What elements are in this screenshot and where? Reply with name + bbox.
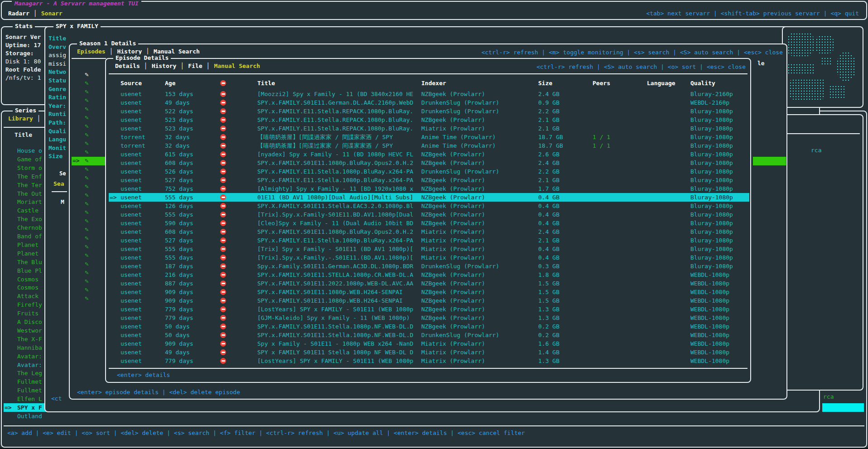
search-result-row[interactable]: usenet909 daysSpy x Family - S01E11 - 10… (109, 339, 749, 348)
search-result-row[interactable]: usenet555 days[Trix].Spy.x.Family-S01E11… (109, 210, 749, 219)
episode-row-fragment[interactable]: ✎ (72, 295, 106, 303)
series-list-item[interactable]: The Ter (4, 181, 46, 189)
search-result-row[interactable]: usenet527 daysSPY.x.FAMILY.E11.Stella.10… (109, 176, 749, 184)
series-list-item[interactable]: Planet (4, 249, 46, 258)
search-result-row[interactable]: usenet49 daysSPY x FAMILY S01E11 Stella … (109, 348, 749, 357)
search-result-row[interactable]: usenet555 days[Trix] Spy x Family - S01E… (109, 245, 749, 253)
series-list-item[interactable]: Chernob (4, 223, 46, 232)
episode-row-fragment[interactable]: ✎ (72, 234, 106, 243)
series-list-item[interactable]: The Blu (4, 258, 46, 266)
tab-season-manual-search[interactable]: Manual Search (154, 48, 200, 55)
series-list-item[interactable]: Fullmet (4, 377, 46, 386)
search-result-row[interactable]: usenet887 daysSPY.x.FAMILY.S01E11.2022.1… (109, 279, 749, 288)
series-list-item[interactable]: The X-F (4, 335, 46, 343)
series-list-item[interactable]: House o (4, 146, 46, 155)
episode-row-fragment[interactable]: ✎ (72, 277, 106, 286)
series-list-item[interactable]: Storm o (4, 164, 46, 172)
series-list-item[interactable]: Elfen L (4, 395, 46, 403)
search-result-row[interactable]: usenet590 days[Cleo]Spy x Family - 11 (D… (109, 219, 749, 227)
series-list-item[interactable]: Firefly (4, 300, 46, 309)
episode-row-fragment[interactable]: ✎ (72, 286, 106, 295)
search-result-row[interactable]: usenet50 daysSPY.x.FAMILY.S01E11.Stella.… (109, 322, 749, 331)
series-list-item[interactable]: A Disco (4, 318, 46, 326)
episode-row-fragment[interactable]: ✎ (72, 269, 106, 277)
series-list-item[interactable]: Hanniba (4, 343, 46, 352)
search-result-row[interactable]: usenet527 daysSPY.x.FAMILY.E11.Stella.10… (109, 236, 749, 245)
series-list-item[interactable]: Castle (4, 206, 46, 215)
series-list-item[interactable]: Fullmet (4, 386, 46, 395)
episode-row-fragment[interactable]: ✎ (72, 174, 106, 183)
search-result-row[interactable]: torrent32 days【喵萌奶茶屋】[间谍过家家 / 间谍家家酒 / SP… (109, 141, 749, 150)
search-result-row[interactable]: usenet909 daysSPY.x.FAMILY.S01E11.1080p.… (109, 288, 749, 296)
series-list-item[interactable]: Fruits (4, 309, 46, 318)
episode-row-fragment[interactable]: ✎ (72, 97, 106, 105)
tab-episode-manual-search[interactable]: Manual Search (214, 63, 260, 69)
search-result-row[interactable]: usenet523 daysSPY.x.FAMILY.E11.Stella.RE… (109, 116, 749, 124)
search-result-row[interactable]: usenet608 daysSPY.x.FAMILY.S01E11.1080p.… (109, 159, 749, 167)
episode-row-fragment[interactable]: ✎ (72, 208, 106, 217)
tab-episodes[interactable]: Episodes (77, 48, 106, 55)
search-result-row[interactable]: =>usenet555 days01E11 (BD AV1 1080p)[Dua… (109, 193, 749, 202)
series-list-item[interactable]: The Out (4, 189, 46, 198)
episode-row-fragment[interactable]: ✎ (72, 251, 106, 260)
episode-row-fragment[interactable]: ✎ (72, 122, 106, 131)
series-list-item[interactable]: The Exo (4, 215, 46, 223)
episode-row-fragment[interactable]: =>✎ (72, 157, 106, 165)
series-list-item[interactable]: Planet (4, 241, 46, 249)
series-list-item[interactable]: Outland (4, 412, 46, 420)
search-result-row[interactable]: usenet522 daysSPY.x.FAMILY.E11.Stella.RE… (109, 107, 749, 116)
episode-row-fragment[interactable]: ✎ (72, 88, 106, 97)
series-list-item[interactable]: Blue Pl (4, 266, 46, 275)
tab-seasons-fragment[interactable]: Sea (53, 180, 64, 187)
episode-row-fragment[interactable]: ✎ (72, 217, 106, 226)
search-result-row[interactable]: usenet615 days[nyadex] Spy x Family - 11… (109, 150, 749, 159)
search-result-row[interactable]: usenet187 daysSpy.x.Family.S01E11.German… (109, 262, 749, 270)
series-list-item[interactable]: Westwor (4, 326, 46, 335)
episode-row-fragment[interactable]: ✎ (72, 71, 106, 79)
episode-row-fragment[interactable]: ✎ (72, 260, 106, 269)
search-result-row[interactable]: usenet909 daysSPY.x.FAMILY.S01E11.1080p.… (109, 296, 749, 305)
tab-season-history[interactable]: History (117, 48, 142, 55)
episode-row-fragment[interactable]: ✎ (72, 226, 106, 234)
series-list-item[interactable]: The Enf (4, 172, 46, 181)
search-result-row[interactable]: usenet153 days[Moozzi2] Spy x Family - 1… (109, 90, 749, 98)
episode-row-fragment[interactable]: ✎ (72, 131, 106, 140)
search-result-row[interactable]: usenet779 days[LostYears] SPY x FAMILY -… (109, 357, 749, 365)
series-list-item[interactable]: Cosmos (4, 275, 46, 284)
tab-episode-details[interactable]: Details (115, 63, 140, 69)
search-result-row[interactable]: usenet216 daysSPY.x.FAMILY.S01E11.STELLA… (109, 270, 749, 279)
episode-row-fragment[interactable]: ✎ (72, 105, 106, 114)
series-list-item[interactable]: The Leg (4, 369, 46, 377)
episode-row-fragment[interactable]: ✎ (72, 191, 106, 200)
episode-row-fragment[interactable]: ✎ (72, 165, 106, 174)
series-list-item[interactable]: Attack (4, 292, 46, 300)
episode-row-fragment[interactable]: ✎ (72, 243, 106, 251)
episode-row-fragment[interactable]: ✎ (72, 79, 106, 88)
tab-episode-history[interactable]: History (152, 63, 177, 69)
search-result-row[interactable]: usenet50 daysSPY.x.FAMILY.S01E11.Stella.… (109, 331, 749, 339)
episode-row-fragment[interactable]: ✎ (72, 148, 106, 157)
search-result-row[interactable]: usenet49 daysSPY.x.FAMILY.S01E11.German.… (109, 98, 749, 107)
series-list-item[interactable]: Game of (4, 155, 46, 164)
series-list-item[interactable]: Avatar: (4, 352, 46, 361)
tab-sonarr[interactable]: Sonarr (41, 10, 63, 17)
series-list-item[interactable]: =>SPY x F (4, 403, 46, 412)
search-result-row[interactable]: usenet555 days[Trix].Spy.x.Family.-.S01E… (109, 253, 749, 262)
episode-row-fragment[interactable]: ✎ (72, 183, 106, 191)
series-list-item[interactable]: Band of (4, 232, 46, 241)
series-list-item[interactable]: Cosmos (4, 283, 46, 292)
tab-episode-file[interactable]: File (188, 63, 202, 69)
episode-row-fragment[interactable]: ✎ (72, 140, 106, 148)
search-result-row[interactable]: torrent32 days【喵萌奶茶屋】[間諜過家家 / 間諜家家酒 / SP… (109, 133, 749, 141)
search-result-row[interactable]: usenet126 daysSPY.X.FAMILY.S01E11.Stella… (109, 202, 749, 210)
episode-row-fragment[interactable]: ✎ (72, 114, 106, 122)
search-result-row[interactable]: usenet523 daysSPY.x.FAMILY.E11.Stella.RE… (109, 124, 749, 133)
search-result-row[interactable]: usenet526 daysSPY.x.FAMILY.E11.Stella.10… (109, 167, 749, 176)
search-result-row[interactable]: usenet779 days[LostYears] SPY x FAMILY -… (109, 305, 749, 314)
episode-row-fragment[interactable]: ✎ (72, 200, 106, 208)
tab-library[interactable]: Library (8, 115, 33, 122)
search-result-row[interactable]: usenet779 days[GJM-Kaleido] Spy x Family… (109, 314, 749, 322)
tab-radarr[interactable]: Radarr (8, 10, 29, 17)
search-result-row[interactable]: usenet608 daysSPY.x.FAMILY.S01E11.1080p.… (109, 227, 749, 236)
series-list-item[interactable]: Moriart (4, 198, 46, 206)
